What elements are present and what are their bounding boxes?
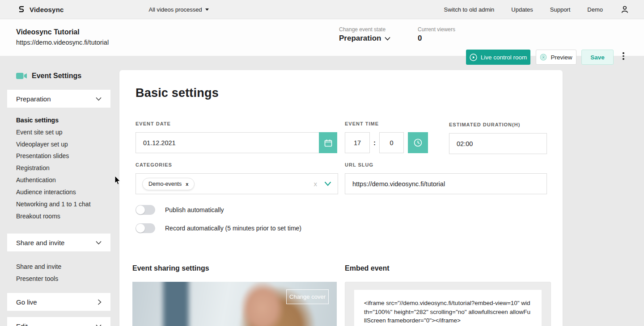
clock-icon bbox=[413, 138, 423, 147]
save-button[interactable]: Save bbox=[581, 50, 614, 65]
chevron-right-icon bbox=[97, 299, 102, 305]
sidebar: Event Settings Preparation Basic setting… bbox=[0, 56, 119, 326]
url-slug-input[interactable] bbox=[345, 173, 547, 194]
group-preparation-label: Preparation bbox=[16, 95, 51, 103]
categories-chevron-down-icon[interactable] bbox=[324, 181, 331, 186]
event-time-label: EVENT TIME bbox=[345, 121, 379, 126]
dropdown-triangle-icon bbox=[205, 8, 209, 11]
sidebar-group-edit[interactable]: Edit bbox=[7, 317, 110, 326]
current-viewers-label: Current viewers bbox=[418, 26, 455, 33]
sidebar-item-audience-interactions[interactable]: Audience interactions bbox=[16, 188, 76, 196]
sidebar-group-go-live[interactable]: Go live bbox=[7, 293, 110, 311]
event-state-dropdown[interactable]: Preparation bbox=[339, 34, 390, 43]
group-share-label: Share and invite bbox=[16, 239, 64, 247]
more-options-kebab-icon[interactable] bbox=[623, 52, 624, 60]
url-slug-label: URL SLUG bbox=[345, 162, 373, 167]
videos-processed-dropdown[interactable]: All videos processed bbox=[149, 6, 209, 13]
event-title: Videosync Tutorial bbox=[16, 28, 80, 36]
estimated-duration-input[interactable] bbox=[449, 133, 547, 154]
embed-code-box[interactable]: <iframe src="//demo.videosync.fi/tutoria… bbox=[354, 290, 542, 326]
time-picker-button[interactable] bbox=[408, 132, 428, 153]
sidebar-item-breakout-rooms[interactable]: Breakout rooms bbox=[16, 213, 60, 220]
group-edit-label: Edit bbox=[16, 322, 28, 326]
event-url: https://demo.videosync.fi/tutorial bbox=[16, 39, 109, 46]
event-date-label: EVENT DATE bbox=[136, 121, 171, 126]
categories-label: CATEGORIES bbox=[136, 162, 172, 167]
event-time-minutes-input[interactable] bbox=[379, 132, 404, 153]
basic-settings-card: Basic settings EVENT DATE EVENT TIME : E… bbox=[119, 70, 563, 326]
embed-event-title: Embed event bbox=[345, 264, 390, 272]
sidebar-item-videoplayer-set-up[interactable]: Videoplayer set up bbox=[16, 141, 68, 148]
cover-image: Change cover bbox=[132, 282, 337, 326]
event-header: Videosync Tutorial https://demo.videosyn… bbox=[0, 19, 644, 56]
chip-remove-icon[interactable]: x bbox=[186, 181, 188, 187]
chevron-down-icon bbox=[385, 37, 390, 41]
preview-button-label: Preview bbox=[551, 54, 572, 61]
sidebar-group-share-and-invite[interactable]: Share and invite bbox=[7, 234, 110, 251]
change-event-state-label: Change event state bbox=[339, 26, 386, 33]
record-automatically-label: Record automatically (5 minutes prior to… bbox=[165, 225, 301, 232]
event-sharing-settings-title: Event sharing settings bbox=[132, 264, 209, 272]
time-separator: : bbox=[370, 139, 379, 146]
top-navbar: Videosync All videos processed Switch to… bbox=[0, 0, 644, 19]
category-chip-label: Demo-events bbox=[148, 181, 182, 187]
embed-code-text: <iframe src="//demo.videosync.fi/tutoria… bbox=[364, 299, 532, 325]
estimated-duration-label: ESTIMATED DURATION(H) i bbox=[449, 122, 520, 127]
record-automatically-toggle[interactable] bbox=[136, 223, 155, 233]
sidebar-item-registration[interactable]: Registration bbox=[16, 164, 50, 171]
navbar-links: Switch to old admin Updates Support Demo bbox=[444, 4, 630, 14]
clear-all-icon[interactable]: x bbox=[314, 180, 318, 188]
nav-link-support[interactable]: Support bbox=[550, 6, 571, 13]
categories-multiselect[interactable]: Demo-events x x bbox=[136, 173, 338, 194]
chevron-down-icon bbox=[96, 97, 102, 101]
user-account-icon[interactable] bbox=[620, 4, 630, 14]
brand[interactable]: Videosync bbox=[17, 5, 64, 14]
nav-link-updates[interactable]: Updates bbox=[511, 6, 533, 13]
sidebar-group-preparation[interactable]: Preparation bbox=[7, 90, 110, 108]
event-time-hours-input[interactable] bbox=[345, 132, 370, 153]
sidebar-title: Event Settings bbox=[16, 72, 81, 80]
videos-processed-label: All videos processed bbox=[149, 6, 202, 13]
calendar-icon bbox=[324, 138, 333, 147]
sidebar-item-presentation-slides[interactable]: Presentation slides bbox=[16, 152, 69, 159]
current-viewers-count: 0 bbox=[418, 34, 422, 43]
nav-link-demo[interactable]: Demo bbox=[587, 6, 603, 13]
save-button-label: Save bbox=[590, 54, 605, 61]
nav-link-switch-old-admin[interactable]: Switch to old admin bbox=[444, 6, 495, 13]
chevron-down-icon bbox=[96, 241, 102, 245]
category-chip: Demo-events x bbox=[142, 178, 195, 190]
embed-code-panel: <iframe src="//demo.videosync.fi/tutoria… bbox=[345, 282, 551, 326]
preview-eye-icon bbox=[540, 54, 547, 61]
brand-name: Videosync bbox=[30, 6, 64, 13]
live-control-room-button[interactable]: Live control room bbox=[466, 50, 530, 65]
sidebar-item-share-and-invite[interactable]: Share and invite bbox=[16, 263, 61, 270]
sidebar-item-event-site-set-up[interactable]: Event site set up bbox=[16, 129, 63, 136]
sidebar-item-authentication[interactable]: Authentication bbox=[16, 176, 56, 184]
event-date-input[interactable] bbox=[136, 132, 319, 153]
sidebar-item-networking-chat[interactable]: Networking and 1 to 1 chat bbox=[16, 201, 91, 208]
publish-automatically-toggle[interactable] bbox=[136, 205, 155, 215]
change-cover-button[interactable]: Change cover bbox=[286, 289, 329, 304]
sidebar-item-basic-settings[interactable]: Basic settings bbox=[16, 117, 59, 124]
live-button-label: Live control room bbox=[481, 54, 527, 61]
app-screen: Videosync All videos processed Switch to… bbox=[0, 0, 644, 326]
publish-automatically-label: Publish automatically bbox=[165, 206, 224, 213]
estimated-duration-text: ESTIMATED DURATION(H) bbox=[449, 122, 520, 127]
chevron-down-icon bbox=[96, 324, 102, 326]
video-camera-icon bbox=[16, 72, 27, 79]
play-circle-icon bbox=[470, 54, 477, 61]
videosync-logo-icon bbox=[17, 5, 26, 14]
group-golive-label: Go live bbox=[16, 298, 37, 306]
calendar-button[interactable] bbox=[319, 132, 337, 153]
preview-button[interactable]: Preview bbox=[536, 50, 576, 65]
event-state-value: Preparation bbox=[339, 34, 381, 43]
sidebar-item-presenter-tools[interactable]: Presenter tools bbox=[16, 275, 58, 282]
sidebar-title-label: Event Settings bbox=[32, 72, 81, 80]
page-title: Basic settings bbox=[136, 86, 219, 100]
